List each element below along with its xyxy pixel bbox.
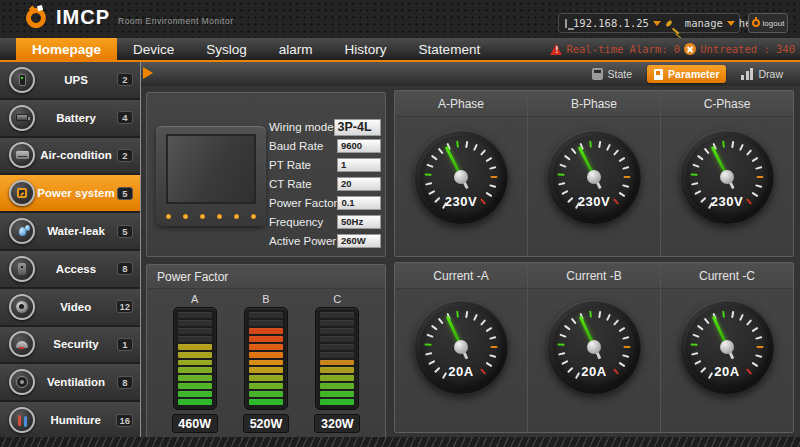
realtime-alarm-text: Real-time Alarm: 0 xyxy=(566,43,680,55)
count-badge: 8 xyxy=(117,376,133,389)
draw-button[interactable]: Draw xyxy=(734,65,790,83)
monitor-icon xyxy=(565,19,567,28)
power-icon xyxy=(752,19,760,27)
setting-value-field[interactable]: 50Hz xyxy=(337,215,381,229)
setting-value-field[interactable]: 3P-4L xyxy=(334,119,381,136)
gauge-value: 230V xyxy=(680,194,774,209)
tab-statement[interactable]: Statement xyxy=(403,38,497,60)
tab-history[interactable]: History xyxy=(329,38,403,60)
state-button[interactable]: State xyxy=(585,65,640,83)
parameter-icon xyxy=(654,69,663,80)
analog-gauge: 20A xyxy=(680,300,774,394)
power-factor-title: Power Factor xyxy=(147,265,385,289)
security-dome-icon xyxy=(9,331,35,357)
bar-letter: A xyxy=(191,293,198,307)
tab-device[interactable]: Device xyxy=(117,38,190,60)
brand: IMCP Room Environment Monitor xyxy=(26,6,233,29)
sidebar-item-ventilation[interactable]: Ventilation8 xyxy=(0,364,140,402)
battery-icon xyxy=(9,105,35,131)
sidebar-item-label: Security xyxy=(35,338,117,350)
untreated-alarm-icon xyxy=(684,43,696,55)
gauge-title: C-Phase xyxy=(661,91,793,117)
parameter-button[interactable]: Parameter xyxy=(647,65,726,83)
device-led-row xyxy=(166,214,256,219)
power-bar-a: A460W xyxy=(170,293,220,433)
power-factor-panel: Power Factor A460WB520WC320W xyxy=(146,264,386,438)
logout-button[interactable]: logout xyxy=(748,13,788,33)
collapse-arrow-icon[interactable] xyxy=(143,67,153,79)
ip-dropdown-arrow-icon[interactable] xyxy=(653,21,661,26)
setting-label: Baud Rate xyxy=(269,140,337,152)
gauge-value: 230V xyxy=(414,194,508,209)
gauge-title: B-Phase xyxy=(528,91,660,117)
setting-label: PT Rate xyxy=(269,159,337,171)
gauge-title: Current -A xyxy=(395,263,527,289)
ip-address[interactable]: 192.168.1.25 xyxy=(573,17,649,29)
count-badge: 2 xyxy=(117,73,133,86)
gauge-value: 20A xyxy=(547,364,641,379)
gauge-title: A-Phase xyxy=(395,91,527,117)
thermometer-icon xyxy=(9,407,35,433)
setting-value-field[interactable]: 0.1 xyxy=(337,196,381,210)
sidebar-item-air-condition[interactable]: Air-condition2 xyxy=(0,138,140,176)
app-subtitle: Room Environment Monitor xyxy=(118,16,233,26)
water-drop-icon xyxy=(9,218,35,244)
main-nav: Homepage Device Syslog alarm History Sta… xyxy=(0,38,800,62)
bar-meter xyxy=(244,307,288,410)
parameter-label: Parameter xyxy=(668,68,719,80)
sidebar-item-ups[interactable]: UPS2 xyxy=(0,62,140,100)
gauge-value: 20A xyxy=(680,364,774,379)
bar-value: 320W xyxy=(314,414,360,433)
imcp-logo-icon xyxy=(24,5,48,29)
bar-letter: B xyxy=(262,293,269,307)
setting-label: Active Power xyxy=(269,235,337,247)
power-meter-device-image xyxy=(156,126,266,226)
sidebar-item-security[interactable]: Security1 xyxy=(0,327,140,365)
alarm-status-bar: ! Real-time Alarm: 0 Untreated : 340 xyxy=(550,38,795,60)
sidebar-item-label: Video xyxy=(35,301,116,313)
count-badge: 2 xyxy=(117,149,133,162)
setting-label: Wiring mode xyxy=(269,121,334,133)
bar-value: 520W xyxy=(243,414,289,433)
sidebar-item-label: Battery xyxy=(35,112,117,124)
fan-icon xyxy=(9,369,35,395)
gauge-column-b-phase: B-Phase230V xyxy=(527,91,660,256)
setting-label: Frequency xyxy=(269,216,337,228)
gauge-column-current-c: Current -C20A xyxy=(660,263,793,432)
analog-gauge: 20A xyxy=(414,300,508,394)
sidebar-item-humiture[interactable]: Humiture16 xyxy=(0,402,140,440)
count-badge: 5 xyxy=(117,187,133,200)
device-screen xyxy=(166,134,256,204)
setting-value-field[interactable]: 260W xyxy=(337,234,381,248)
sidebar-item-water-leak[interactable]: Water-leak5 xyxy=(0,213,140,251)
gauge-column-current-b: Current -B20A xyxy=(527,263,660,432)
gauge-title: Current -C xyxy=(661,263,793,289)
tab-syslog[interactable]: Syslog xyxy=(190,38,263,60)
app-header: IMCP Room Environment Monitor 192.168.1.… xyxy=(0,0,800,38)
power-bar-c: C320W xyxy=(312,293,362,433)
setting-value-field[interactable]: 1 xyxy=(337,158,381,172)
count-badge: 5 xyxy=(117,225,133,238)
tab-homepage[interactable]: Homepage xyxy=(16,38,117,60)
analog-gauge: 230V xyxy=(680,130,774,224)
gauge-column-a-phase: A-Phase230V xyxy=(395,91,527,256)
count-badge: 4 xyxy=(117,111,133,124)
realtime-alarm-warning-icon: ! xyxy=(550,44,562,55)
key-icon[interactable] xyxy=(665,19,673,27)
analog-gauge: 230V xyxy=(414,130,508,224)
footer-stripe xyxy=(0,437,800,447)
bar-value: 460W xyxy=(172,414,218,433)
host-info-box: 192.168.1.25 manage help xyxy=(558,13,740,33)
sidebar-item-access[interactable]: Access8 xyxy=(0,251,140,289)
sidebar-item-video[interactable]: Video12 xyxy=(0,289,140,327)
count-badge: 1 xyxy=(117,338,133,351)
manage-menu[interactable]: manage xyxy=(685,17,723,29)
tab-alarm[interactable]: alarm xyxy=(263,38,329,60)
meter-settings-panel: Wiring mode3P-4LBaud Rate9600PT Rate1CT … xyxy=(146,92,386,257)
setting-value-field[interactable]: 9600 xyxy=(337,139,381,153)
setting-value-field[interactable]: 20 xyxy=(337,177,381,191)
sidebar-item-power-system[interactable]: Power system5 xyxy=(0,175,140,213)
sidebar-item-battery[interactable]: Battery4 xyxy=(0,100,140,138)
phase-voltage-panel: A-Phase230VB-Phase230VC-Phase230V xyxy=(394,90,794,257)
manage-dropdown-arrow-icon[interactable] xyxy=(727,21,735,26)
